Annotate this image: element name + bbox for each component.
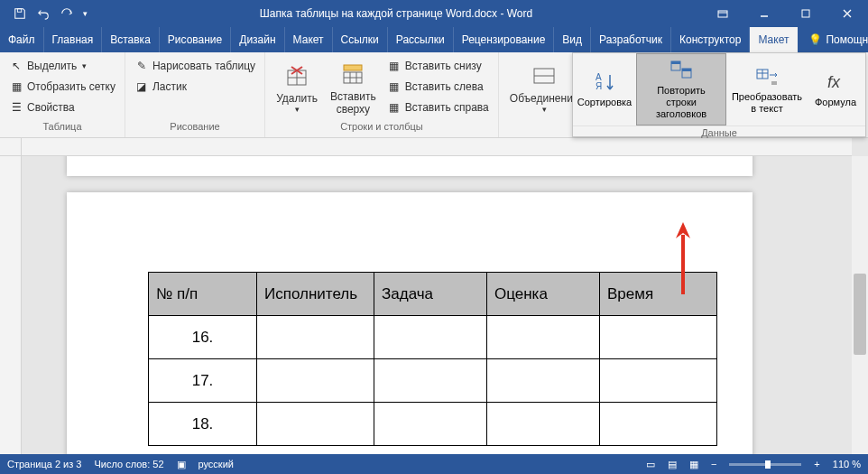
repeat-header-rows-button[interactable]: Повторить строки заголовков [636, 53, 726, 125]
horizontal-ruler[interactable] [22, 138, 852, 156]
grid-icon: ▦ [9, 79, 23, 94]
table-cell[interactable]: 16. [149, 316, 257, 359]
insert-right-button[interactable]: ▦Вставить справа [383, 98, 493, 117]
table-cell[interactable] [374, 359, 487, 403]
table-cell[interactable] [600, 403, 717, 446]
minimize-button[interactable] [743, 0, 785, 27]
previous-page-edge [67, 156, 753, 176]
tell-me-help[interactable]: 💡Помощн... [798, 27, 868, 52]
page-indicator[interactable]: Страница 2 из 3 [7, 459, 81, 469]
word-count[interactable]: Число слов: 52 [94, 459, 163, 469]
group-draw: ✎Нарисовать таблицу ◪Ластик Рисование [125, 52, 265, 137]
insert-below-icon: ▦ [387, 59, 402, 73]
document-table[interactable]: № п/п Исполнитель Задача Оценка Время 16… [148, 272, 717, 446]
table-header-cell[interactable]: Исполнитель [257, 273, 374, 316]
sort-button[interactable]: АЯ Сортировка [573, 53, 636, 125]
convert-to-text-button[interactable]: Преобразовать в текст [726, 53, 808, 125]
tab-table-layout[interactable]: Макет [750, 27, 798, 52]
table-header-cell[interactable]: Время [600, 273, 717, 316]
formula-button[interactable]: fx Формула [808, 53, 863, 125]
delete-button[interactable]: Удалить▾ [271, 56, 323, 119]
language-indicator[interactable]: русский [199, 459, 234, 469]
insert-above-button[interactable]: Вставить сверху [325, 56, 382, 119]
spell-check-icon[interactable]: ▣ [177, 459, 186, 470]
table-cell[interactable] [257, 316, 374, 359]
web-layout-icon[interactable]: ▦ [689, 459, 698, 470]
tab-layout[interactable]: Макет [285, 27, 333, 52]
zoom-level[interactable]: 110 % [833, 459, 861, 469]
tab-table-design[interactable]: Конструктор [671, 27, 750, 52]
tab-draw[interactable]: Рисование [160, 27, 231, 52]
table-cell[interactable] [600, 359, 717, 403]
vertical-scrollbar[interactable] [852, 156, 868, 454]
merge-icon [530, 61, 559, 90]
view-gridlines-button[interactable]: ▦Отобразить сетку [5, 77, 119, 97]
zoom-slider[interactable] [729, 463, 801, 466]
tab-mailings[interactable]: Рассылки [388, 27, 454, 52]
vertical-ruler[interactable] [0, 156, 22, 454]
table-row[interactable]: 17. [149, 359, 717, 403]
read-mode-icon[interactable]: ▭ [646, 459, 655, 470]
insert-right-label: Вставить справа [405, 101, 489, 114]
table-header-cell[interactable]: Оценка [487, 273, 600, 316]
draw-table-button[interactable]: ✎Нарисовать таблицу [131, 56, 259, 76]
document-area: № п/п Исполнитель Задача Оценка Время 16… [0, 138, 868, 454]
group-draw-label: Рисование [131, 121, 259, 135]
eraser-button[interactable]: ◪Ластик [131, 77, 259, 97]
insert-below-button[interactable]: ▦Вставить снизу [383, 56, 493, 76]
table-row[interactable]: 16. [149, 316, 717, 359]
formula-label: Формула [815, 97, 856, 108]
print-layout-icon[interactable]: ▤ [668, 459, 677, 470]
save-button[interactable] [9, 3, 31, 24]
table-cell[interactable] [257, 359, 374, 403]
tab-design[interactable]: Дизайн [231, 27, 284, 52]
table-cell[interactable]: 18. [149, 403, 257, 446]
table-cell[interactable] [374, 403, 487, 446]
redo-button[interactable] [56, 3, 78, 24]
properties-button[interactable]: ☰Свойства [5, 98, 119, 117]
table-header-row[interactable]: № п/п Исполнитель Задача Оценка Время [149, 273, 717, 316]
table-cell[interactable] [487, 403, 600, 446]
zoom-slider-thumb[interactable] [765, 460, 771, 469]
tab-developer[interactable]: Разработчик [591, 27, 671, 52]
window-title: Шапка таблицы на каждой странице Word.do… [90, 7, 702, 20]
zoom-in-button[interactable]: + [814, 459, 819, 469]
title-bar: ▾ Шапка таблицы на каждой странице Word.… [0, 0, 868, 27]
quick-access-toolbar: ▾ [0, 3, 90, 24]
table-cell[interactable] [257, 403, 374, 446]
tab-file[interactable]: Файл [0, 27, 44, 52]
page-viewport[interactable]: № п/п Исполнитель Задача Оценка Время 16… [22, 156, 852, 454]
tab-insert[interactable]: Вставка [102, 27, 160, 52]
undo-button[interactable] [32, 3, 54, 24]
qat-customize[interactable]: ▾ [79, 3, 90, 24]
svg-rect-12 [671, 61, 680, 64]
select-button[interactable]: ↖Выделить▾ [5, 56, 119, 76]
table-row[interactable]: 18. [149, 403, 717, 446]
delete-table-icon [282, 61, 311, 90]
table-cell[interactable] [374, 316, 487, 359]
table-cell[interactable] [600, 316, 717, 359]
table-cell[interactable]: 17. [149, 359, 257, 403]
merge-label: Объединение [510, 92, 579, 105]
page[interactable]: № п/п Исполнитель Задача Оценка Время 16… [67, 192, 753, 454]
table-cell[interactable] [487, 359, 600, 403]
close-button[interactable] [826, 0, 868, 27]
table-header-cell[interactable]: № п/п [149, 273, 257, 316]
insert-left-button[interactable]: ▦Вставить слева [383, 77, 493, 97]
insert-above-label: Вставить сверху [330, 90, 376, 116]
maximize-button[interactable] [785, 0, 826, 27]
group-rows-cols: Удалить▾ Вставить сверху ▦Вставить снизу… [265, 52, 499, 137]
data-panel-label: Данные [573, 125, 865, 141]
tab-review[interactable]: Рецензирование [454, 27, 555, 52]
formula-icon: fx [823, 70, 848, 95]
svg-rect-14 [682, 69, 691, 71]
tab-references[interactable]: Ссылки [333, 27, 388, 52]
tab-view[interactable]: Вид [554, 27, 591, 52]
svg-text:Я: Я [596, 81, 602, 91]
table-header-cell[interactable]: Задача [374, 273, 487, 316]
table-cell[interactable] [487, 316, 600, 359]
ribbon-display-options[interactable] [702, 0, 743, 27]
tab-home[interactable]: Главная [44, 27, 103, 52]
scrollbar-thumb[interactable] [854, 274, 866, 355]
zoom-out-button[interactable]: − [711, 459, 716, 469]
